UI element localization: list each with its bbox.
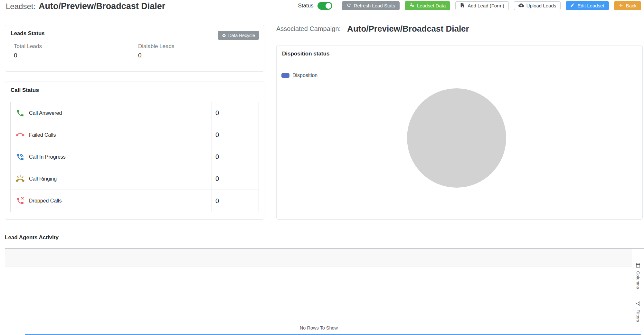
- leads-status-card: Leads Status ♻ Data Recycle Total Leads …: [5, 25, 264, 72]
- grid-empty-message: No Rows To Show: [5, 325, 632, 330]
- call-status-title: Call Status: [11, 87, 39, 94]
- recycle-icon: ♻: [222, 33, 226, 38]
- call-row-label: Failed Calls: [29, 132, 56, 138]
- edit-leadset-button[interactable]: Edit Leadset: [566, 1, 609, 10]
- table-row: Dropped Calls 0: [11, 190, 259, 212]
- leadset-data-icon: [409, 3, 414, 9]
- leadset-data-button[interactable]: Leadset Data: [405, 1, 450, 10]
- status-toggle[interactable]: [317, 2, 332, 10]
- associated-campaign: Associated Campaign: Auto/Preview/Broadc…: [276, 24, 469, 34]
- disposition-status-title: Disposition status: [282, 51, 329, 57]
- table-row: Call In Progress 0: [11, 146, 259, 168]
- call-row-label: Call In Progress: [29, 154, 66, 160]
- call-status-card: Call Status Call Answered 0 Failed Calls…: [5, 82, 264, 220]
- status-toggle-knob: [326, 3, 331, 9]
- failed-calls-icon: [16, 131, 24, 139]
- add-lead-icon: [460, 3, 465, 9]
- dialable-leads-value: 0: [138, 52, 174, 59]
- total-leads-value: 0: [14, 52, 42, 59]
- leadset-detail-page: Leadset: Auto/Preview/Broadcast Dialer S…: [0, 0, 644, 335]
- refresh-lead-stats-label: Refresh Lead Stats: [354, 3, 395, 8]
- add-lead-form-button[interactable]: Add Lead (Form): [455, 1, 508, 10]
- data-recycle-label: Data Recycle: [228, 33, 255, 38]
- upload-leads-label: Upload Leads: [526, 3, 556, 8]
- call-row-label: Call Answered: [29, 110, 62, 116]
- refresh-icon: [346, 3, 351, 9]
- leadset-data-label: Leadset Data: [417, 3, 446, 8]
- back-arrow-icon: [619, 3, 623, 9]
- leads-status-title: Leads Status: [11, 30, 45, 37]
- pencil-icon: [570, 3, 575, 8]
- edit-leadset-label: Edit Leadset: [577, 3, 604, 8]
- status-control: Status: [298, 2, 332, 10]
- filters-tab-label: Filters: [636, 310, 640, 322]
- status-label: Status: [298, 3, 313, 9]
- table-row: Call Answered 0: [11, 102, 259, 124]
- call-row-value: 0: [212, 124, 259, 146]
- dialable-leads-label: Dialable Leads: [138, 43, 174, 50]
- call-in-progress-icon: [16, 153, 24, 161]
- horizontal-scrollbar-thumb[interactable]: [25, 334, 641, 335]
- toolbar: Status Refresh Lead Stats Leadset Data A…: [298, 1, 641, 10]
- total-leads-label: Total Leads: [14, 43, 42, 50]
- back-button[interactable]: Back: [614, 1, 641, 10]
- table-row: Failed Calls 0: [11, 124, 259, 146]
- associated-campaign-value: Auto/Preview/Broadcast Dialer: [347, 24, 469, 34]
- lead-agents-grid: No Rows To Show Columns Filters: [5, 248, 644, 335]
- call-row-value: 0: [212, 190, 259, 212]
- table-row: Call Ringing 0: [11, 168, 259, 190]
- call-row-value: 0: [212, 146, 259, 168]
- call-row-value: 0: [212, 102, 259, 124]
- call-row-label: Dropped Calls: [29, 198, 62, 204]
- disposition-pie-chart: [407, 88, 506, 188]
- page-title-label: Leadset:: [6, 2, 35, 11]
- call-status-table: Call Answered 0 Failed Calls 0 Call In P…: [10, 102, 259, 212]
- call-row-label: Call Ringing: [29, 176, 57, 182]
- disposition-status-card: Disposition status Disposition: [276, 45, 643, 220]
- dropped-calls-icon: [16, 197, 24, 205]
- associated-campaign-label: Associated Campaign:: [276, 25, 341, 33]
- columns-tab-label: Columns: [636, 271, 640, 289]
- disposition-legend-item[interactable]: Disposition: [281, 73, 317, 78]
- columns-icon: [636, 263, 640, 269]
- dialable-leads-stat: Dialable Leads 0: [138, 43, 174, 59]
- upload-leads-button[interactable]: Upload Leads: [514, 1, 561, 10]
- filter-funnel-icon: [636, 301, 640, 307]
- grid-filters-tab[interactable]: Filters: [636, 301, 640, 322]
- total-leads-stat: Total Leads 0: [14, 43, 42, 59]
- grid-side-panel: Columns Filters: [632, 249, 644, 335]
- lead-agents-activity-title: Lead Agents Activity: [5, 234, 59, 241]
- call-ringing-icon: [16, 174, 24, 183]
- data-recycle-button[interactable]: ♻ Data Recycle: [218, 31, 259, 40]
- upload-cloud-icon: [518, 3, 524, 9]
- add-lead-form-label: Add Lead (Form): [468, 3, 504, 8]
- page-title: Leadset: Auto/Preview/Broadcast Dialer: [6, 1, 165, 11]
- call-row-value: 0: [212, 168, 259, 190]
- page-title-value: Auto/Preview/Broadcast Dialer: [39, 1, 165, 11]
- grid-header-row: [5, 249, 632, 267]
- legend-label: Disposition: [292, 73, 317, 78]
- call-answered-icon: [16, 109, 24, 117]
- grid-columns-tab[interactable]: Columns: [636, 263, 640, 289]
- back-label: Back: [626, 3, 637, 8]
- legend-swatch: [281, 73, 289, 78]
- refresh-lead-stats-button[interactable]: Refresh Lead Stats: [342, 1, 400, 10]
